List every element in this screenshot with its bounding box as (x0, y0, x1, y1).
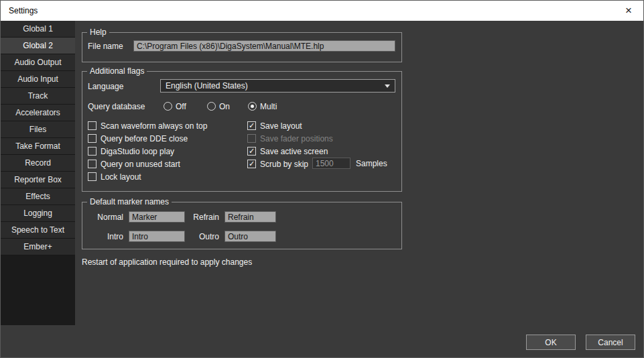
intro-marker-input[interactable] (129, 231, 185, 242)
checkbox-label: Lock layout (101, 172, 141, 182)
radio-query-multi[interactable]: Multi (248, 101, 277, 111)
file-name-label: File name (88, 42, 123, 52)
checkbox-query-before-dde-close[interactable]: Query before DDE close (88, 133, 188, 143)
sidebar-item-take-format[interactable]: Take Format (1, 138, 75, 155)
help-group-legend: Help (87, 27, 109, 38)
checkbox-digastudio-loop-play[interactable]: DigaStudio loop play (88, 146, 174, 156)
default-marker-names-legend: Default marker names (87, 197, 172, 207)
outro-marker-input[interactable] (224, 231, 276, 242)
normal-label: Normal (88, 213, 123, 223)
checkbox-box (247, 134, 256, 143)
checkbox-query-on-unused-start[interactable]: Query on unused start (88, 159, 180, 169)
checkbox-save-layout[interactable]: Save layout (247, 121, 302, 131)
radio-query-off[interactable]: Off (164, 101, 186, 111)
refrain-label: Refrain (192, 213, 219, 223)
checkbox-scrub-by-skip[interactable]: Scrub by skip (247, 159, 308, 169)
checkbox-label: Save layout (260, 121, 302, 131)
checkbox-box[interactable] (88, 160, 96, 168)
checkbox-box[interactable] (247, 121, 256, 130)
checkbox-label: DigaStudio loop play (101, 147, 174, 156)
default-marker-names-group: Default marker names Normal Refrain Intr… (82, 202, 402, 249)
sidebar-item-effects[interactable]: Effects (1, 188, 75, 205)
sidebar-item-logging[interactable]: Logging (1, 205, 75, 222)
language-select[interactable]: English (United States) (160, 79, 395, 93)
checkbox-save-fader-positions: Save fader positions (247, 133, 333, 143)
language-label: Language (88, 82, 123, 92)
sidebar-item-ember[interactable]: Ember+ (1, 239, 75, 255)
sidebar-item-global-1[interactable]: Global 1 (1, 21, 75, 38)
settings-dialog: Settings × Global 1 Global 2 Audio Outpu… (0, 0, 644, 358)
scrub-samples-input (312, 158, 350, 169)
checkbox-label: Save fader positions (260, 134, 333, 143)
intro-label: Intro (88, 232, 123, 242)
radio-label: Multi (260, 102, 277, 111)
sidebar-item-audio-input[interactable]: Audio Input (1, 71, 75, 88)
radio-circle[interactable] (248, 102, 257, 111)
radio-label: On (219, 102, 230, 111)
checkbox-lock-layout[interactable]: Lock layout (88, 172, 141, 182)
sidebar-item-files[interactable]: Files (1, 121, 75, 138)
radio-label: Off (176, 102, 186, 111)
samples-label: Samples (356, 159, 387, 169)
additional-flags-legend: Additional flags (87, 66, 147, 76)
checkbox-label: Query on unused start (101, 160, 180, 169)
checkbox-label: Query before DDE close (101, 134, 188, 143)
refrain-marker-input[interactable] (224, 211, 276, 223)
sidebar-item-reporter-box[interactable]: Reporter Box (1, 172, 75, 188)
checkbox-box[interactable] (88, 134, 96, 143)
normal-marker-input[interactable] (129, 211, 185, 223)
sidebar-item-track[interactable]: Track (1, 88, 75, 105)
checkbox-label: Save active screen (260, 147, 328, 156)
radio-circle[interactable] (207, 102, 216, 111)
checkbox-save-active-screen[interactable]: Save active screen (247, 146, 328, 156)
additional-flags-group: Additional flags Language English (Unite… (82, 71, 402, 192)
file-name-input[interactable] (133, 40, 395, 52)
checkbox-box[interactable] (88, 121, 96, 130)
language-selected-value: English (United States) (166, 81, 248, 91)
checkbox-box[interactable] (88, 172, 96, 181)
checkbox-box[interactable] (88, 147, 96, 156)
checkbox-label: Scan waveform always on top (101, 121, 207, 131)
outro-label: Outro (192, 232, 219, 242)
checkbox-box[interactable] (247, 147, 256, 156)
sidebar-item-global-2[interactable]: Global 2 (1, 38, 75, 54)
query-database-label: Query database (88, 102, 145, 112)
ok-button[interactable]: OK (526, 335, 576, 350)
sidebar-item-speech-to-text[interactable]: Speech to Text (1, 222, 75, 239)
window-title: Settings (9, 1, 38, 21)
titlebar[interactable]: Settings × (1, 1, 643, 21)
sidebar-item-record[interactable]: Record (1, 155, 75, 172)
sidebar-item-accelerators[interactable]: Accelerators (1, 105, 75, 121)
sidebar: Global 1 Global 2 Audio Output Audio Inp… (1, 21, 75, 325)
checkbox-box[interactable] (247, 160, 256, 168)
close-button[interactable]: × (614, 1, 643, 21)
radio-query-on[interactable]: On (207, 101, 230, 111)
chevron-down-icon (385, 84, 390, 88)
radio-circle[interactable] (164, 102, 172, 111)
close-icon: × (625, 4, 632, 17)
checkbox-label: Scrub by skip (260, 160, 308, 169)
sidebar-item-audio-output[interactable]: Audio Output (1, 54, 75, 71)
cancel-button[interactable]: Cancel (586, 335, 635, 350)
checkbox-scan-waveform-always-on-top[interactable]: Scan waveform always on top (88, 121, 207, 131)
restart-note: Restart of application required to apply… (82, 257, 252, 267)
help-group: Help File name (82, 32, 402, 62)
